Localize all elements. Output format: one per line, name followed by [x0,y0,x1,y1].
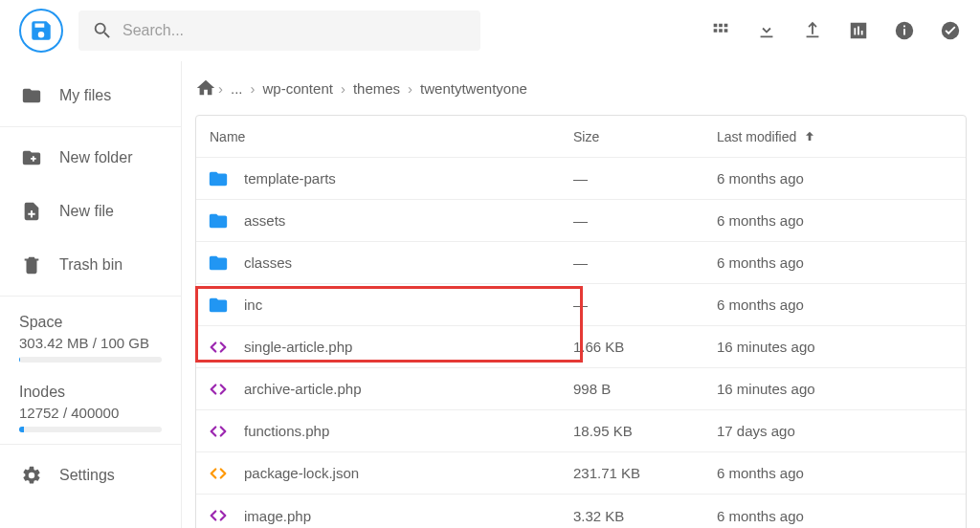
file-name: archive-article.php [244,381,362,397]
inodes-value: 12752 / 400000 [19,405,162,421]
chart-icon[interactable] [848,20,869,41]
code-icon [208,337,229,358]
header [0,0,980,61]
col-name[interactable]: Name [196,129,573,144]
sidebar-item-label: New folder [59,149,132,166]
file-name: assets [244,212,285,229]
table-row[interactable]: template-parts—6 months ago [196,158,966,200]
file-modified: 16 minutes ago [717,381,966,397]
file-modified: 6 months ago [717,465,966,481]
file-name: single-article.php [244,339,352,355]
sidebar-item-new-folder[interactable]: New folder [0,131,181,185]
file-name: template-parts [244,170,336,187]
file-size: — [573,212,717,229]
file-size: 998 B [573,381,717,397]
grid-view-icon[interactable] [710,20,731,41]
file-modified: 6 months ago [717,170,966,187]
breadcrumb-segment[interactable]: ... [225,80,249,97]
breadcrumb-segment[interactable]: wp-content [257,80,339,97]
space-bar [19,357,162,363]
breadcrumb-segment[interactable]: themes [347,80,406,97]
file-modified: 6 months ago [717,212,966,229]
home-icon[interactable] [195,77,216,99]
download-icon[interactable] [756,20,777,41]
search-box[interactable] [78,11,480,51]
code-icon [208,421,229,442]
file-name: package-lock.json [244,465,359,481]
sidebar-item-label: My files [59,87,111,104]
file-size: 3.32 KB [573,508,717,524]
inodes-bar [19,427,162,432]
col-size[interactable]: Size [573,129,717,144]
sidebar-item-label: Settings [59,467,115,484]
new-folder-icon [21,147,42,168]
file-size: — [573,297,717,313]
space-value: 303.42 MB / 100 GB [19,335,162,351]
sidebar-item-settings[interactable]: Settings [0,449,181,502]
new-file-icon [21,201,42,222]
sort-asc-icon [802,129,817,144]
chevron-right-icon: › [339,80,347,97]
file-modified: 16 minutes ago [717,339,966,355]
code-icon [208,379,229,400]
sidebar-item-my-files[interactable]: My files [0,69,181,122]
table-row[interactable]: image.php3.32 KB6 months ago [196,495,966,528]
file-modified: 6 months ago [717,254,966,271]
folder-icon [21,85,42,106]
svg-rect-1 [903,29,905,34]
table-row[interactable]: assets—6 months ago [196,200,966,242]
info-icon[interactable] [894,20,915,41]
file-table: Name Size Last modified template-parts—6… [195,115,967,528]
file-size: 1.66 KB [573,339,717,355]
check-circle-icon[interactable] [940,20,961,41]
sidebar: My files New folder New file Trash bin S… [0,61,182,528]
col-modified[interactable]: Last modified [717,129,966,144]
file-name: functions.php [244,423,329,439]
table-header: Name Size Last modified [196,116,966,158]
code-icon [208,463,229,484]
table-row[interactable]: archive-article.php998 B16 minutes ago [196,368,966,410]
inodes-stats: Inodes 12752 / 400000 [0,370,181,440]
svg-rect-2 [903,25,905,27]
search-icon [92,20,113,41]
file-size: 18.95 KB [573,423,717,439]
folder-icon [208,253,229,274]
space-label: Space [19,314,162,331]
folder-icon [208,168,229,189]
file-size: — [573,170,717,187]
breadcrumbs: ›...›wp-content›themes›twentytwentyone [182,61,980,115]
code-icon [208,505,229,526]
file-size: — [573,254,717,271]
file-modified: 6 months ago [717,297,966,313]
folder-icon [208,295,229,316]
file-modified: 6 months ago [717,508,966,524]
trash-icon [21,254,42,275]
sidebar-item-new-file[interactable]: New file [0,185,181,238]
save-disk-icon [29,18,54,43]
chevron-right-icon: › [249,80,257,97]
table-row[interactable]: inc—6 months ago [196,284,966,326]
breadcrumb-segment[interactable]: twentytwentyone [414,80,533,97]
sidebar-item-label: New file [59,203,114,220]
file-name: image.php [244,508,311,524]
gear-icon [21,465,42,486]
app-logo[interactable] [19,9,63,53]
space-stats: Space 303.42 MB / 100 GB [0,300,181,370]
table-row[interactable]: functions.php18.95 KB17 days ago [196,410,966,452]
toolbar [710,20,961,41]
sidebar-item-label: Trash bin [59,256,122,274]
upload-icon[interactable] [802,20,823,41]
file-name: classes [244,254,292,271]
search-input[interactable] [122,22,467,39]
table-row[interactable]: package-lock.json231.71 KB6 months ago [196,452,966,495]
file-size: 231.71 KB [573,465,717,481]
inodes-label: Inodes [19,384,162,401]
folder-icon [208,210,229,231]
file-modified: 17 days ago [717,423,966,439]
sidebar-item-trash[interactable]: Trash bin [0,238,181,292]
file-name: inc [244,297,262,313]
chevron-right-icon: › [216,80,225,97]
table-row[interactable]: classes—6 months ago [196,242,966,284]
table-row[interactable]: single-article.php1.66 KB16 minutes ago [196,326,966,368]
chevron-right-icon: › [406,80,414,97]
